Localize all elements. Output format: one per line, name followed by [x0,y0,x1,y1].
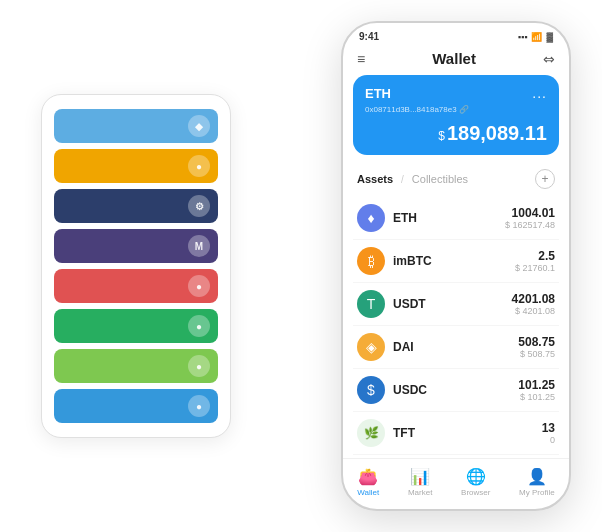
asset-left-4: $USDC [357,376,427,404]
signal-icon: ▪▪▪ [518,32,528,42]
asset-left-1: ₿imBTC [357,247,432,275]
asset-usd-imbtc: $ 21760.1 [515,263,555,273]
tab-collectibles[interactable]: Collectibles [412,173,468,185]
table-row[interactable]: ₿imBTC2.5$ 21760.1 [353,240,559,283]
asset-icon-tft: 🌿 [357,419,385,447]
battery-icon: ▓ [546,32,553,42]
asset-usd-eth: $ 162517.48 [505,220,555,230]
asset-usd-dai: $ 508.75 [518,349,555,359]
asset-left-3: ◈DAI [357,333,414,361]
nav-label-market: Market [408,488,432,497]
nav-label-my-profile: My Profile [519,488,555,497]
page-title: Wallet [432,50,476,67]
asset-left-0: ♦ETH [357,204,417,232]
nav-item-browser[interactable]: 🌐Browser [461,467,490,497]
status-icons: ▪▪▪ 📶 ▓ [518,32,553,42]
asset-right-5: 130 [542,421,555,445]
card-icon-1: ● [188,155,210,177]
currency-symbol: $ [438,129,445,143]
card-item-2[interactable]: ⚙ [54,189,218,223]
scene: ◆●⚙M●●●● 9:41 ▪▪▪ 📶 ▓ ≡ Wallet ⇔ ETH ...… [11,11,591,521]
asset-list: ♦ETH1004.01$ 162517.48₿imBTC2.5$ 21760.1… [343,197,569,458]
bottom-nav: 👛Wallet📊Market🌐Browser👤My Profile [343,458,569,509]
asset-amount-imbtc: 2.5 [515,249,555,263]
asset-icon-usdc: $ [357,376,385,404]
table-row[interactable]: TUSDT4201.08$ 4201.08 [353,283,559,326]
eth-address: 0x08711d3B...8418a78e3 🔗 [365,105,547,114]
eth-balance: $189,089.11 [365,122,547,145]
asset-usd-usdc: $ 101.25 [518,392,555,402]
asset-icon-eth: ♦ [357,204,385,232]
asset-name-tft: TFT [393,426,415,440]
asset-left-5: 🌿TFT [357,419,415,447]
nav-icon-my-profile: 👤 [527,467,547,486]
tab-assets[interactable]: Assets [357,173,393,185]
card-stack: ◆●⚙M●●●● [41,94,231,438]
eth-card-header: ETH ... [365,85,547,101]
nav-label-browser: Browser [461,488,490,497]
asset-name-eth: ETH [393,211,417,225]
table-row[interactable]: ◈DAI508.75$ 508.75 [353,326,559,369]
asset-usd-tft: 0 [542,435,555,445]
asset-right-3: 508.75$ 508.75 [518,335,555,359]
asset-usd-usdt: $ 4201.08 [512,306,555,316]
time-label: 9:41 [359,31,379,42]
wifi-icon: 📶 [531,32,542,42]
balance-amount: 189,089.11 [447,122,547,144]
asset-right-0: 1004.01$ 162517.48 [505,206,555,230]
asset-amount-eth: 1004.01 [505,206,555,220]
nav-label-wallet: Wallet [357,488,379,497]
card-item-0[interactable]: ◆ [54,109,218,143]
card-icon-6: ● [188,355,210,377]
asset-name-imbtc: imBTC [393,254,432,268]
asset-amount-usdc: 101.25 [518,378,555,392]
asset-amount-dai: 508.75 [518,335,555,349]
asset-name-usdt: USDT [393,297,426,311]
card-item-3[interactable]: M [54,229,218,263]
table-row[interactable]: 🌿TFT130 [353,412,559,455]
asset-right-4: 101.25$ 101.25 [518,378,555,402]
asset-icon-usdt: T [357,290,385,318]
assets-header: Assets / Collectibles + [343,165,569,197]
asset-left-2: TUSDT [357,290,426,318]
card-item-6[interactable]: ● [54,349,218,383]
nav-icon-market: 📊 [410,467,430,486]
card-icon-3: M [188,235,210,257]
card-icon-4: ● [188,275,210,297]
asset-icon-dai: ◈ [357,333,385,361]
tab-divider: / [401,174,404,185]
card-item-4[interactable]: ● [54,269,218,303]
nav-icon-wallet: 👛 [358,467,378,486]
asset-icon-imbtc: ₿ [357,247,385,275]
card-icon-7: ● [188,395,210,417]
nav-item-my-profile[interactable]: 👤My Profile [519,467,555,497]
card-item-1[interactable]: ● [54,149,218,183]
card-item-7[interactable]: ● [54,389,218,423]
card-icon-5: ● [188,315,210,337]
eth-card[interactable]: ETH ... 0x08711d3B...8418a78e3 🔗 $189,08… [353,75,559,155]
eth-label: ETH [365,86,391,101]
card-icon-2: ⚙ [188,195,210,217]
nav-item-wallet[interactable]: 👛Wallet [357,467,379,497]
add-asset-button[interactable]: + [535,169,555,189]
asset-name-usdc: USDC [393,383,427,397]
eth-more-button[interactable]: ... [532,85,547,101]
assets-tabs: Assets / Collectibles [357,173,468,185]
table-row[interactable]: ♦ETH1004.01$ 162517.48 [353,197,559,240]
card-item-5[interactable]: ● [54,309,218,343]
status-bar: 9:41 ▪▪▪ 📶 ▓ [343,23,569,46]
phone-header: ≡ Wallet ⇔ [343,46,569,75]
expand-icon[interactable]: ⇔ [543,51,555,67]
asset-right-1: 2.5$ 21760.1 [515,249,555,273]
nav-icon-browser: 🌐 [466,467,486,486]
phone-frame: 9:41 ▪▪▪ 📶 ▓ ≡ Wallet ⇔ ETH ... 0x08711d… [341,21,571,511]
asset-right-2: 4201.08$ 4201.08 [512,292,555,316]
asset-amount-tft: 13 [542,421,555,435]
nav-item-market[interactable]: 📊Market [408,467,432,497]
asset-amount-usdt: 4201.08 [512,292,555,306]
table-row[interactable]: $USDC101.25$ 101.25 [353,369,559,412]
card-icon-0: ◆ [188,115,210,137]
menu-icon[interactable]: ≡ [357,51,365,67]
asset-name-dai: DAI [393,340,414,354]
